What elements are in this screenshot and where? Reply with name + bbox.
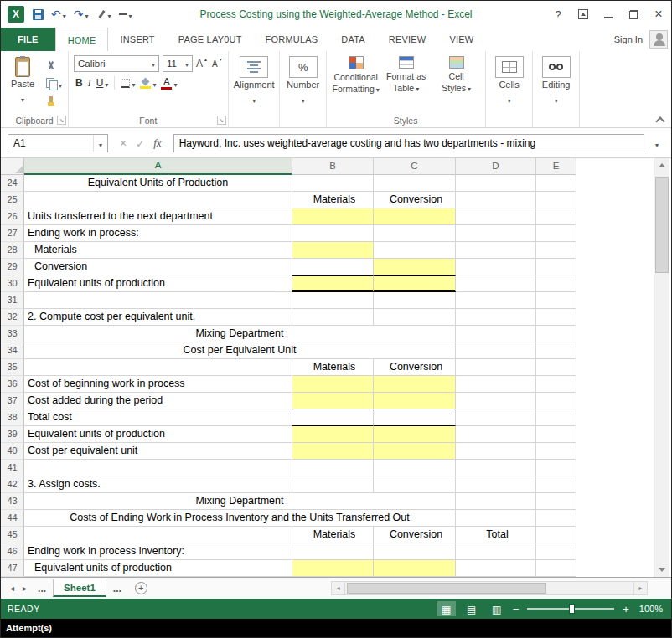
cell-E25[interactable] xyxy=(536,192,576,208)
font-size-select[interactable]: 11 xyxy=(163,55,193,72)
cell-E41[interactable] xyxy=(536,460,576,476)
italic-button[interactable]: I xyxy=(86,75,93,90)
tabs-scroll-right-icon[interactable] xyxy=(18,584,31,593)
zoom-slider-thumb[interactable] xyxy=(569,604,575,614)
column-header-C[interactable]: C xyxy=(374,158,456,175)
cell-A35[interactable] xyxy=(24,359,292,376)
cell-D38[interactable] xyxy=(456,409,536,426)
cell-D29[interactable] xyxy=(456,259,536,275)
row-header-42[interactable]: 42 xyxy=(1,476,24,493)
ribbon-group-number[interactable]: % Number xyxy=(280,51,327,127)
cell-D41[interactable] xyxy=(456,460,536,476)
cell-E46[interactable] xyxy=(536,543,576,560)
cell-A26[interactable]: Units transferred to the next department xyxy=(24,208,292,225)
format-as-table-button[interactable]: Format as Table xyxy=(382,54,431,114)
row-header-37[interactable]: 37 xyxy=(1,393,24,409)
user-avatar-icon[interactable] xyxy=(649,30,668,49)
cell-B25[interactable]: Materials xyxy=(292,192,374,208)
cell-D26[interactable] xyxy=(456,208,536,225)
row-header-43[interactable]: 43 xyxy=(1,493,24,510)
cell-B46[interactable] xyxy=(292,543,374,560)
tab-data[interactable]: DATA xyxy=(329,28,377,51)
cell-D40[interactable] xyxy=(456,443,536,460)
insert-function-button[interactable]: fx xyxy=(153,136,161,150)
cell-D30[interactable] xyxy=(456,275,536,292)
excel-logo-icon[interactable] xyxy=(8,6,24,23)
cell-C26[interactable] xyxy=(374,208,456,225)
column-header-D[interactable]: D xyxy=(456,158,536,175)
cell-D45[interactable]: Total xyxy=(456,527,536,543)
zoom-in-button[interactable] xyxy=(623,601,629,616)
underline-button[interactable]: U xyxy=(95,75,111,90)
font-name-select[interactable]: Calibri xyxy=(74,55,159,72)
cell-A36[interactable]: Cost of beginning work in process xyxy=(24,376,292,393)
ribbon-display-options-button[interactable] xyxy=(577,9,589,19)
cell-B40[interactable] xyxy=(292,443,374,460)
tab-page-layout[interactable]: PAGE LAY0UT xyxy=(167,28,254,51)
cell-B30[interactable] xyxy=(292,275,374,292)
row-header-46[interactable]: 46 xyxy=(1,543,24,560)
row-header-39[interactable]: 39 xyxy=(1,426,24,443)
borders-button[interactable] xyxy=(119,75,137,90)
cell-E33[interactable] xyxy=(536,326,576,342)
paste-button[interactable]: Paste xyxy=(6,55,39,114)
cell-E45[interactable] xyxy=(536,527,576,543)
row-header-25[interactable]: 25 xyxy=(1,192,24,208)
expand-formula-bar-icon[interactable] xyxy=(649,136,664,151)
row-header-35[interactable]: 35 xyxy=(1,359,24,376)
horizontal-scrollbar-thumb[interactable] xyxy=(347,583,546,594)
cell-C47[interactable] xyxy=(374,560,456,577)
row-header-32[interactable]: 32 xyxy=(1,309,24,326)
cell-C30[interactable] xyxy=(374,275,456,292)
formula-input[interactable]: Hayword, Inc. uses weighted-average cost… xyxy=(173,134,644,152)
cell-C42[interactable] xyxy=(374,476,456,493)
sign-in-link[interactable]: Sign In xyxy=(614,34,643,44)
cell-C36[interactable] xyxy=(374,376,456,393)
row-header-38[interactable]: 38 xyxy=(1,409,24,426)
cell-D31[interactable] xyxy=(456,292,536,309)
customize-qat-button[interactable] xyxy=(119,7,132,22)
cell-B45[interactable]: Materials xyxy=(292,527,374,543)
horizontal-scrollbar-track[interactable] xyxy=(345,581,633,595)
ribbon-group-alignment[interactable]: Alignment xyxy=(229,51,280,127)
cell-A28[interactable]: Materials xyxy=(24,242,292,259)
row-header-29[interactable]: 29 xyxy=(1,259,24,275)
cell-E42[interactable] xyxy=(536,476,576,493)
scroll-left-icon[interactable] xyxy=(331,581,345,595)
cell-E37[interactable] xyxy=(536,393,576,409)
cell-C39[interactable] xyxy=(374,426,456,443)
select-all-corner[interactable] xyxy=(1,158,24,175)
cell-E44[interactable] xyxy=(536,510,576,527)
cell-E26[interactable] xyxy=(536,208,576,225)
cell-A46[interactable]: Ending work in process inventory: xyxy=(24,543,292,560)
row-header-30[interactable]: 30 xyxy=(1,275,24,292)
increase-font-button[interactable]: A xyxy=(194,56,209,71)
help-button[interactable]: ? xyxy=(552,8,564,21)
tab-review[interactable]: REVIEW xyxy=(377,28,438,51)
cell-A27[interactable]: Ending work in process: xyxy=(24,225,292,242)
row-header-31[interactable]: 31 xyxy=(1,292,24,309)
row-header-47[interactable]: 47 xyxy=(1,560,24,577)
cell-B42[interactable] xyxy=(292,476,374,493)
cell-B36[interactable] xyxy=(292,376,374,393)
scroll-right-icon[interactable] xyxy=(633,581,648,595)
cell-D44[interactable] xyxy=(456,510,536,527)
hidden-sheets-right[interactable]: ... xyxy=(106,583,128,594)
page-break-view-button[interactable] xyxy=(488,601,506,616)
cell-E35[interactable] xyxy=(536,359,576,376)
cell-styles-button[interactable]: Cell Styles xyxy=(432,54,481,114)
row-header-34[interactable]: 34 xyxy=(1,342,24,359)
normal-view-button[interactable] xyxy=(437,601,456,616)
cell-E29[interactable] xyxy=(536,259,576,275)
minimize-button[interactable] xyxy=(602,11,614,18)
cell-A41[interactable] xyxy=(24,460,292,476)
cancel-entry-icon[interactable] xyxy=(120,136,127,151)
row-header-40[interactable]: 40 xyxy=(1,443,24,460)
font-dialog-launcher-icon[interactable] xyxy=(217,116,226,125)
cell-D32[interactable] xyxy=(456,309,536,326)
tab-file[interactable]: FILE xyxy=(1,28,55,51)
cell-C37[interactable] xyxy=(374,393,456,409)
cell-C45[interactable]: Conversion xyxy=(374,527,456,543)
cell-C32[interactable] xyxy=(374,309,456,326)
tab-formulas[interactable]: FORMULAS xyxy=(254,28,330,51)
